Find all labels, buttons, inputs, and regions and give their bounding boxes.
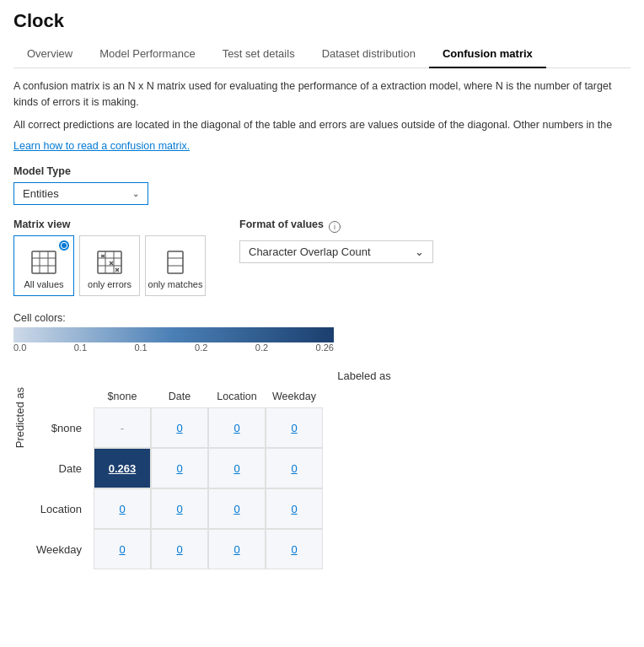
col-headers-row: $none Date Location Weekday — [94, 387, 631, 407]
cell-none-date[interactable]: 0 — [151, 407, 208, 448]
cell-date-location[interactable]: 0 — [208, 448, 266, 488]
col-header-date: Date — [151, 387, 208, 407]
model-type-label: Model Type — [13, 165, 631, 177]
cell-weekday-date[interactable]: 0 — [151, 529, 208, 569]
description-1: A confusion matrix is an N x N matrix us… — [13, 78, 631, 111]
cell-date-weekday[interactable]: 0 — [266, 448, 323, 488]
matrix-view-label: Matrix view — [13, 218, 206, 230]
matrix-row-date: Date 0.263 0 0 0 — [26, 448, 631, 488]
cell-none-none[interactable]: - — [94, 407, 151, 448]
row-label-location: Location — [26, 503, 94, 515]
model-type-value: Entities — [23, 187, 59, 200]
matrix-inner: $none Date Location Weekday $none - 0 0 … — [26, 387, 631, 569]
matrix-format-row: Matrix view All values — [13, 218, 631, 296]
cell-location-weekday[interactable]: 0 — [266, 488, 323, 529]
predicted-as-label: Predicted as — [13, 387, 26, 478]
tab-model-performance[interactable]: Model Performance — [86, 40, 208, 68]
tab-test-set-details[interactable]: Test set details — [209, 40, 309, 68]
gradient-tick-2: 0.1 — [134, 342, 147, 353]
format-values-section: Format of values i Character Overlap Cou… — [239, 218, 433, 263]
cell-date-none[interactable]: 0.263 — [94, 448, 151, 488]
cell-location-date[interactable]: 0 — [151, 488, 208, 529]
info-icon[interactable]: i — [329, 221, 341, 233]
chevron-down-icon: ⌄ — [132, 189, 139, 198]
gradient-tick-5: 0.26 — [316, 342, 334, 353]
matrix-row-location: Location 0 0 0 0 — [26, 488, 631, 529]
all-values-icon — [30, 249, 57, 276]
matrix-option-errors[interactable]: only errors — [79, 235, 140, 296]
col-header-none: $none — [94, 387, 151, 407]
cell-weekday-weekday[interactable]: 0 — [266, 529, 323, 569]
gradient-tick-1: 0.1 — [74, 342, 87, 353]
tab-overview[interactable]: Overview — [13, 40, 86, 68]
errors-icon — [96, 249, 123, 276]
matrix-option-matches[interactable]: only matches — [145, 235, 206, 296]
matches-icon — [162, 249, 189, 276]
format-label-row: Format of values i — [239, 218, 433, 235]
cell-colors-section: Cell colors: 0.0 0.1 0.1 0.2 0.2 0.26 — [13, 311, 631, 353]
page-title: Clock — [13, 10, 631, 32]
matrix-option-errors-label: only errors — [88, 279, 131, 289]
matrix-option-all-values[interactable]: All values — [13, 235, 74, 296]
matrix-view-options: All values — [13, 235, 206, 296]
tab-dataset-distribution[interactable]: Dataset distribution — [309, 40, 429, 68]
cell-date-date[interactable]: 0 — [151, 448, 208, 488]
learn-link[interactable]: Learn how to read a confusion matrix. — [13, 140, 190, 152]
row-label-date: Date — [26, 462, 94, 475]
row-label-weekday: Weekday — [26, 543, 94, 556]
cell-none-weekday[interactable]: 0 — [266, 407, 323, 448]
format-values-value: Character Overlap Count — [249, 245, 371, 258]
cell-location-location[interactable]: 0 — [208, 488, 266, 529]
tab-confusion-matrix[interactable]: Confusion matrix — [429, 40, 546, 68]
matrix-table-wrapper: Predicted as $none Date Location Weekday… — [13, 387, 631, 569]
chevron-down-icon-2: ⌄ — [415, 245, 424, 258]
svg-rect-16 — [168, 251, 183, 273]
matrix-view-section: Matrix view All values — [13, 218, 206, 296]
matrix-table-section: Labeled as Predicted as $none Date Locat… — [13, 369, 631, 569]
model-type-section: Model Type Entities ⌄ — [13, 165, 631, 205]
labeled-as-header: Labeled as — [98, 369, 631, 382]
matrix-row-none: $none - 0 0 0 — [26, 407, 631, 448]
tab-bar: Overview Model Performance Test set deta… — [13, 40, 631, 68]
format-values-label: Format of values — [239, 218, 324, 230]
gradient-tick-0: 0.0 — [13, 342, 26, 353]
cell-location-none[interactable]: 0 — [94, 488, 151, 529]
cell-weekday-none[interactable]: 0 — [94, 529, 151, 569]
gradient-labels: 0.0 0.1 0.1 0.2 0.2 0.26 — [13, 342, 334, 353]
model-type-select[interactable]: Entities ⌄ — [13, 182, 148, 205]
matrix-option-matches-label: only matches — [148, 279, 203, 289]
svg-rect-0 — [32, 251, 56, 273]
gradient-tick-4: 0.2 — [255, 342, 268, 353]
col-header-weekday: Weekday — [266, 387, 323, 407]
description-2: All correct predictions are located in t… — [13, 117, 631, 133]
cell-none-location[interactable]: 0 — [208, 407, 266, 448]
col-header-location: Location — [208, 387, 266, 407]
format-values-select[interactable]: Character Overlap Count ⌄ — [239, 240, 433, 263]
row-label-none: $none — [26, 422, 94, 434]
matrix-option-all-label: All values — [24, 279, 63, 289]
cell-weekday-location[interactable]: 0 — [208, 529, 266, 569]
matrix-row-weekday: Weekday 0 0 0 0 — [26, 529, 631, 569]
cell-colors-label: Cell colors: — [13, 312, 66, 324]
color-gradient-bar — [13, 327, 334, 342]
gradient-tick-3: 0.2 — [195, 342, 207, 353]
radio-all-values — [59, 240, 69, 251]
